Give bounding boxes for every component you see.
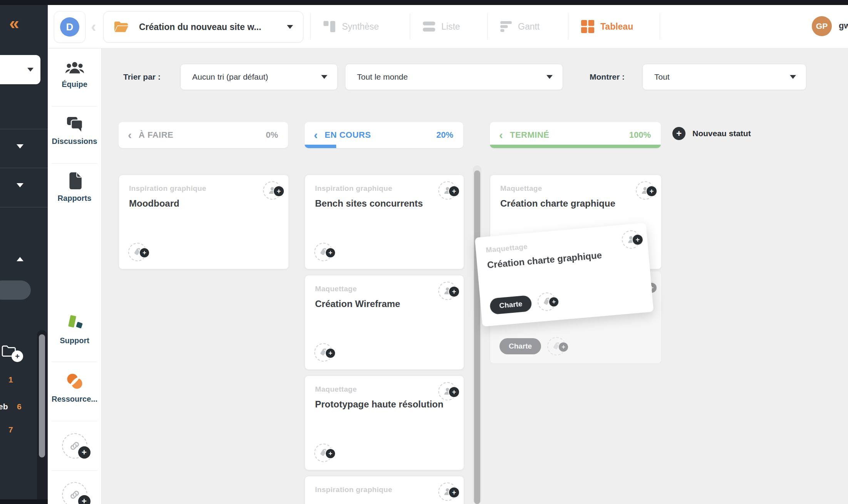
card-category: Maquettage: [500, 184, 542, 193]
plus-icon: [325, 448, 336, 459]
task-card[interactable]: Maquettage Prototypage haute résolution: [305, 375, 464, 470]
tag-pill: Charte: [499, 338, 541, 354]
column-header-a-faire[interactable]: À FAIRE 0%: [119, 122, 288, 148]
sidebar-badge[interactable]: 6: [17, 402, 22, 411]
active-nav-pill[interactable]: [0, 280, 31, 300]
card-category: Maquettage: [315, 285, 357, 293]
chevron-left-icon[interactable]: [314, 129, 318, 141]
chevron-down-icon: [790, 75, 796, 79]
chevron-left-icon[interactable]: [128, 129, 132, 141]
column-header-termine[interactable]: TERMINÉ 100%: [490, 122, 661, 148]
sidebar-badge[interactable]: 1: [8, 375, 13, 384]
chevron-down-icon: [27, 68, 34, 72]
liste-icon: [423, 22, 435, 32]
new-status-button[interactable]: Nouveau statut: [672, 127, 751, 140]
plus-icon: [448, 185, 460, 197]
plus-icon: [448, 286, 460, 297]
back-chevron-icon[interactable]: [87, 13, 100, 40]
card-category: Maquettage: [315, 385, 357, 394]
add-link-slot[interactable]: [48, 482, 101, 504]
card-title: Moodboard: [129, 198, 179, 209]
plus-icon: [448, 386, 460, 398]
chevron-up-icon[interactable]: [17, 257, 23, 261]
tab-liste[interactable]: Liste: [423, 5, 460, 48]
sidebar-item-support[interactable]: Support: [48, 315, 101, 345]
report-icon: [68, 172, 82, 189]
add-link-slot[interactable]: [48, 433, 101, 459]
top-header: D Création du nouveau site w... Synthèse…: [48, 5, 848, 48]
show-label: Montrer :: [590, 72, 625, 82]
browser-top-strip: [0, 0, 848, 5]
add-assignee-button[interactable]: [621, 230, 641, 250]
tab-gantt[interactable]: Gantt: [500, 5, 540, 48]
board-scrollbar-thumb[interactable]: [474, 170, 480, 504]
plus-icon: [273, 185, 285, 197]
chevron-down-icon: [287, 25, 293, 29]
add-tag-button[interactable]: [314, 343, 333, 362]
sort-select[interactable]: Aucun tri (par défaut): [180, 64, 338, 90]
discussions-icon: [66, 116, 84, 132]
divider: [568, 13, 568, 40]
task-card[interactable]: Inspiration graphique Bench sites concur…: [305, 175, 464, 269]
column-header-en-cours[interactable]: EN COURS 20%: [305, 122, 463, 148]
column-percent: 0%: [266, 130, 278, 140]
divider: [52, 421, 97, 421]
sidebar-scrollbar-thumb[interactable]: [39, 334, 45, 457]
support-icon: [65, 315, 84, 332]
task-card[interactable]: Inspiration graphique: [305, 476, 464, 504]
tab-tableau[interactable]: Tableau: [581, 5, 633, 48]
card-title: Création Wireframe: [315, 299, 400, 309]
kanban-app: D Création du nouveau site w... Synthèse…: [0, 0, 848, 504]
resources-icon: [66, 372, 84, 390]
sidebar-item-ressources[interactable]: Ressource...: [48, 372, 101, 404]
plus-icon: [77, 446, 91, 459]
collapsed-dropdown[interactable]: [0, 55, 40, 84]
sidebar-item-equipe[interactable]: Équipe: [48, 61, 101, 89]
task-card[interactable]: Inspiration graphique Moodboard: [119, 175, 289, 269]
divider: [52, 163, 97, 164]
sort-label: Trier par :: [123, 72, 161, 82]
sidebar-badge[interactable]: 7: [8, 425, 13, 434]
plus-icon: [77, 494, 91, 504]
chevron-down-icon[interactable]: [17, 183, 23, 187]
plus-icon: [325, 247, 336, 258]
card-category: Inspiration graphique: [315, 486, 392, 494]
sidebar-item-discussions[interactable]: Discussions: [48, 116, 101, 146]
chevron-left-icon[interactable]: [499, 129, 503, 141]
task-card[interactable]: Maquettage Création Wireframe: [305, 275, 464, 370]
sidebar-item-rapports[interactable]: Rapports: [48, 172, 101, 203]
project-selector[interactable]: Création du nouveau site w...: [103, 11, 303, 43]
add-tag-button[interactable]: [537, 292, 557, 312]
chevron-down-icon[interactable]: [17, 144, 23, 149]
add-assignee-button[interactable]: [438, 382, 457, 401]
dragged-task-card[interactable]: Maquettage Création charte graphique Cha…: [475, 223, 654, 327]
add-tag-button[interactable]: [314, 444, 333, 462]
divider: [0, 129, 48, 129]
workspace-button[interactable]: D: [54, 11, 85, 43]
tab-synthese[interactable]: Synthèse: [323, 5, 379, 48]
plus-icon: [672, 127, 685, 140]
add-tag-button[interactable]: [314, 243, 333, 261]
add-tag-button[interactable]: [128, 243, 147, 261]
tag-pill[interactable]: Charte: [489, 295, 532, 315]
card-title: Prototypage haute résolution: [315, 399, 443, 410]
card-category: Maquettage: [486, 242, 528, 254]
add-assignee-button[interactable]: [263, 181, 282, 200]
people-select[interactable]: Tout le monde: [345, 64, 563, 90]
tableau-icon: [581, 20, 594, 33]
card-title: Création charte graphique: [500, 198, 615, 209]
add-assignee-button[interactable]: [636, 181, 654, 200]
add-assignee-button[interactable]: [438, 181, 457, 200]
new-folder-button[interactable]: [2, 344, 25, 362]
sidebar-item-web[interactable]: eb: [0, 402, 8, 411]
workspace-avatar: D: [60, 17, 79, 37]
divider: [52, 106, 97, 107]
add-assignee-button[interactable]: [438, 482, 457, 501]
chevron-down-icon: [321, 75, 327, 79]
divider: [487, 13, 488, 40]
project-name: Création du nouveau site w...: [139, 22, 261, 32]
show-select[interactable]: Tout: [642, 64, 806, 90]
add-assignee-button[interactable]: [438, 282, 457, 300]
user-avatar[interactable]: GP: [812, 16, 832, 36]
collapse-sidebar-icon[interactable]: [9, 13, 18, 33]
